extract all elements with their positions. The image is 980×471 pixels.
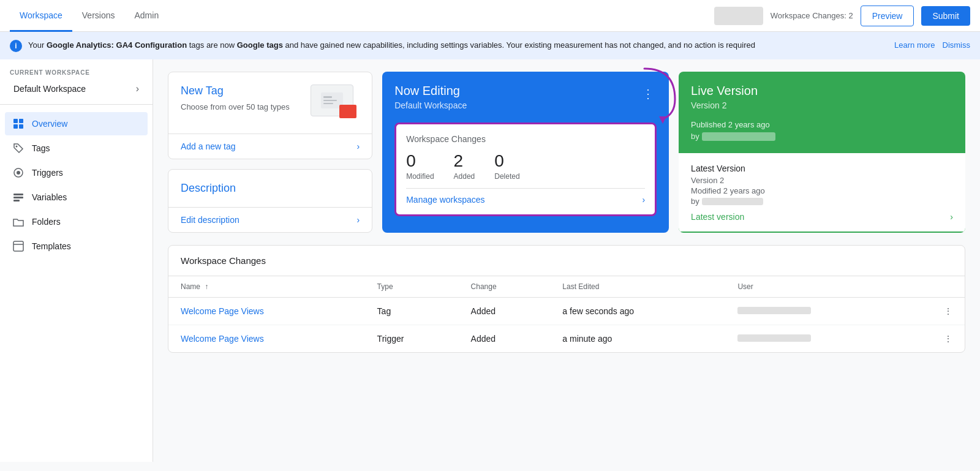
live-version-title: Live Version — [691, 84, 953, 98]
latest-version-section: Latest Version Version 2 Modified 2 year… — [679, 153, 965, 232]
new-tag-title[interactable]: New Tag — [181, 85, 290, 97]
tab-versions[interactable]: Versions — [72, 0, 125, 32]
live-version-sub: Version 2 — [691, 100, 953, 110]
svg-rect-10 — [13, 241, 23, 251]
tag-illustration — [311, 85, 360, 121]
svg-rect-2 — [13, 124, 18, 129]
sidebar-item-templates[interactable]: Templates — [5, 235, 148, 258]
row-last-edited: a minute ago — [550, 325, 725, 353]
workspace-selector[interactable]: Default Workspace › — [5, 78, 148, 99]
latest-version-sub: Version 2 — [691, 176, 953, 185]
new-tag-card: New Tag Choose from over 50 tag types — [168, 72, 372, 159]
sidebar-item-tags[interactable]: Tags — [5, 137, 148, 160]
sidebar-item-label: Triggers — [32, 168, 63, 178]
svg-rect-14 — [323, 100, 337, 101]
svg-rect-15 — [323, 103, 333, 104]
live-published-by: by — [691, 132, 953, 141]
live-published-ago: Published 2 years ago — [691, 120, 953, 129]
cards-row: New Tag Choose from over 50 tag types — [168, 72, 965, 233]
row-menu-button[interactable]: ⋮ — [904, 298, 965, 325]
sidebar-item-label: Tags — [32, 143, 50, 153]
template-icon — [12, 240, 24, 252]
chevron-right-icon: › — [950, 212, 953, 222]
svg-rect-7 — [13, 194, 23, 195]
sidebar: CURRENT WORKSPACE Default Workspace › Ov… — [0, 59, 153, 462]
sidebar-item-overview[interactable]: Overview — [5, 112, 148, 135]
workspace-changes-count: Workspace Changes: 2 — [771, 11, 853, 20]
overview-icon — [12, 118, 24, 130]
info-icon: i — [10, 40, 22, 52]
user-blurred — [737, 307, 811, 314]
tag-red-overlay — [339, 105, 356, 118]
row-change: Added — [459, 298, 551, 325]
row-change: Added — [459, 325, 551, 353]
info-banner-text: Your Google Analytics: GA4 Configuration… — [28, 39, 883, 51]
col-type: Type — [365, 276, 459, 298]
trigger-icon — [12, 167, 24, 179]
tab-admin[interactable]: Admin — [124, 0, 168, 32]
table-header-row: Name ↑ Type Change Last Edited User — [168, 276, 965, 298]
description-card: Description Edit description › — [168, 169, 372, 233]
table-row: Welcome Page Views Tag Added a few secon… — [168, 298, 965, 325]
learn-more-link[interactable]: Learn more — [894, 39, 935, 51]
sidebar-nav: Overview Tags Triggers Variables — [0, 110, 153, 260]
sidebar-item-triggers[interactable]: Triggers — [5, 161, 148, 184]
row-menu-button[interactable]: ⋮ — [904, 325, 965, 353]
table-title: Workspace Changes — [168, 246, 965, 276]
sidebar-item-label: Templates — [32, 241, 71, 251]
svg-rect-9 — [13, 200, 20, 202]
row-name-link[interactable]: Welcome Page Views — [181, 306, 264, 316]
latest-version-link[interactable]: Latest version › — [691, 212, 953, 222]
more-options-icon[interactable]: ⋮ — [639, 84, 657, 104]
col-last-edited: Last Edited — [550, 276, 725, 298]
row-user — [725, 298, 904, 325]
wc-deleted-value: 0 — [494, 151, 519, 171]
submit-button[interactable]: Submit — [921, 6, 970, 26]
wc-added-value: 2 — [454, 151, 475, 171]
wc-modified-value: 0 — [406, 151, 434, 171]
sidebar-divider — [0, 104, 153, 105]
tab-workspace[interactable]: Workspace — [10, 0, 72, 32]
row-name-link[interactable]: Welcome Page Views — [181, 334, 264, 344]
col-change: Change — [459, 276, 551, 298]
latest-version-user-blurred — [702, 198, 763, 205]
sidebar-item-label: Overview — [32, 119, 67, 129]
svg-rect-1 — [19, 119, 23, 123]
dismiss-button[interactable]: Dismiss — [943, 39, 971, 51]
changes-table: Name ↑ Type Change Last Edited User Welc… — [168, 276, 965, 352]
edit-description-link[interactable]: Edit description › — [168, 207, 372, 232]
live-user-blurred — [702, 132, 775, 141]
svg-point-6 — [17, 171, 20, 175]
preview-button[interactable]: Preview — [861, 6, 914, 26]
current-workspace-label: CURRENT WORKSPACE — [0, 64, 153, 78]
top-nav: Workspace Versions Admin Workspace Chang… — [0, 0, 980, 32]
variable-icon — [12, 191, 24, 203]
cards-wrapper: New Tag Choose from over 50 tag types — [168, 72, 965, 233]
sidebar-item-variables[interactable]: Variables — [5, 186, 148, 209]
live-version-card: Live Version Version 2 Published 2 years… — [679, 72, 965, 233]
description-title[interactable]: Description — [181, 182, 360, 195]
manage-workspaces-link[interactable]: Manage workspaces › — [406, 188, 645, 205]
folder-icon — [12, 216, 24, 228]
svg-rect-13 — [323, 96, 332, 98]
content-area: New Tag Choose from over 50 tag types — [153, 59, 980, 462]
top-nav-right: Workspace Changes: 2 Preview Submit — [714, 6, 970, 26]
now-editing-subtitle: Default Workspace — [394, 100, 467, 110]
svg-rect-3 — [19, 124, 23, 129]
tag-icon — [12, 142, 24, 154]
latest-version-by: by — [691, 197, 953, 206]
chevron-right-icon: › — [357, 141, 360, 151]
add-new-tag-link[interactable]: Add a new tag › — [168, 134, 372, 159]
new-tag-description: Choose from over 50 tag types — [181, 101, 290, 113]
row-type: Tag — [365, 298, 459, 325]
table-row: Welcome Page Views Trigger Added a minut… — [168, 325, 965, 353]
chevron-right-icon: › — [357, 215, 360, 225]
col-name[interactable]: Name ↑ — [168, 276, 365, 298]
workspace-changes-panel: Workspace Changes 0 Modified 2 Added — [394, 122, 657, 216]
latest-version-modified: Modified 2 years ago — [691, 186, 953, 195]
sidebar-item-folders[interactable]: Folders — [5, 210, 148, 233]
chevron-right-icon: › — [642, 195, 645, 205]
left-column: New Tag Choose from over 50 tag types — [168, 72, 372, 233]
wc-added-label: Added — [454, 172, 475, 181]
svg-marker-16 — [659, 116, 666, 124]
